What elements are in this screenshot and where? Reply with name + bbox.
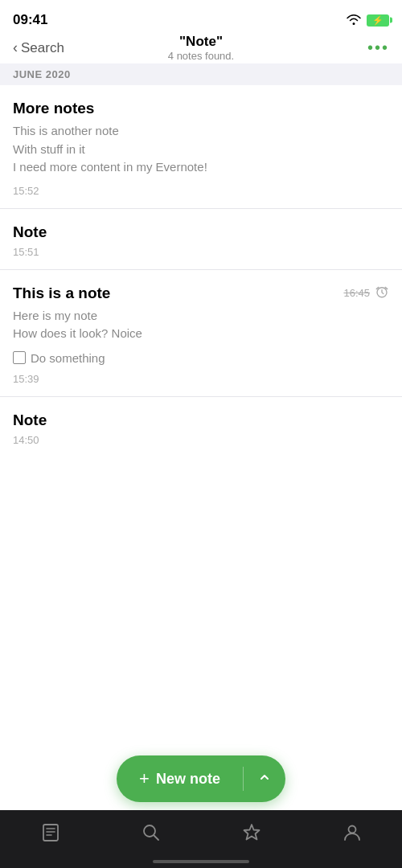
back-chevron-icon: ‹ [13,39,18,56]
back-label: Search [21,40,64,56]
new-note-expand-button[interactable] [244,758,285,800]
note-title-1: More notes [13,100,389,117]
tab-account[interactable] [329,816,375,854]
new-note-button[interactable]: + New note [117,755,285,802]
note-body-3: Here is my noteHow does it look? Noice [13,307,389,343]
nav-center: "Note" 4 notes found. [168,34,234,62]
note-card-1[interactable]: More notes This is another noteWith stuf… [0,85,402,209]
status-bar: 09:41 ⚡ [0,0,402,35]
note-time-3: 15:39 [13,373,389,385]
tab-favorites[interactable] [228,816,275,854]
new-note-bar: + New note [0,747,402,810]
favorites-tab-icon [241,822,262,848]
status-time: 09:41 [13,12,47,28]
account-tab-icon [342,822,363,848]
svg-rect-1 [43,825,58,841]
note-alarm-time: 16:45 [343,287,370,299]
note-alarm-area: 16:45 [343,285,389,302]
nav-bar: ‹ Search "Note" 4 notes found. ••• [0,35,402,63]
home-indicator [153,860,249,863]
new-note-label: New note [156,771,220,788]
note-card-3[interactable]: 16:45 This is a note Here is my noteHow … [0,270,402,397]
note-card-2[interactable]: Note 15:51 [0,209,402,270]
tab-bar [0,810,402,868]
notes-list: More notes This is another noteWith stuf… [0,85,402,746]
nav-subtitle: 4 notes found. [168,50,234,62]
note-body-1: This is another noteWith stuff in itI ne… [13,122,389,177]
note-time-1: 15:52 [13,185,389,197]
section-header: JUNE 2020 [0,63,402,85]
checkbox-label: Do something [31,351,105,365]
note-time-2: 15:51 [13,246,389,258]
checkbox-row: Do something [13,351,389,365]
new-note-main[interactable]: + New note [117,755,243,802]
more-button[interactable]: ••• [367,39,389,57]
search-tab-icon [141,822,162,848]
battery-icon: ⚡ [367,14,389,27]
note-card-4[interactable]: Note 14:50 [0,397,402,457]
svg-marker-7 [244,825,259,840]
notes-tab-icon [40,822,61,848]
new-note-plus-icon: + [139,768,150,789]
note-title-4: Note [13,411,389,429]
note-title-3: This is a note [13,285,389,302]
tab-notes[interactable] [27,816,74,854]
back-button[interactable]: ‹ Search [13,39,64,56]
svg-point-8 [348,826,355,833]
checkbox-icon[interactable] [13,351,26,364]
note-title-2: Note [13,223,389,241]
status-icons: ⚡ [346,12,389,29]
svg-line-6 [154,836,158,841]
wifi-icon [346,12,362,29]
nav-title: "Note" [168,34,234,50]
note-time-4: 14:50 [13,434,389,446]
tab-search[interactable] [128,816,174,854]
alarm-icon [375,285,389,302]
